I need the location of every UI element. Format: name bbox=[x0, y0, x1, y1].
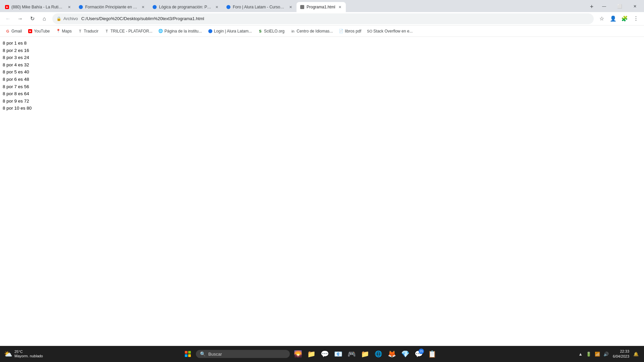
chevron-up-icon[interactable]: ▲ bbox=[577, 351, 584, 357]
search-icon: 🔍 bbox=[200, 351, 206, 357]
home-button[interactable]: ⌂ bbox=[39, 13, 50, 24]
bookmark-label: Login | Alura Latam... bbox=[214, 29, 252, 34]
content-line: 8 por 8 es 64 bbox=[3, 90, 641, 98]
bookmark-icon: ▶ bbox=[28, 29, 33, 34]
bookmark-bm-pagina[interactable]: 🌐 Página de la institu... bbox=[156, 27, 204, 35]
taskbar-app-icon-app-9[interactable]: 💎 bbox=[399, 348, 411, 360]
nav-bar: ← → ↻ ⌂ 🔒 Archivo C:/Users/Diego%20C/Des… bbox=[0, 12, 644, 25]
new-tab-button[interactable]: + bbox=[587, 2, 596, 11]
taskbar-app-app-7: 🌐 bbox=[372, 348, 384, 360]
taskbar-app-icon-app-11[interactable]: 📋 bbox=[426, 348, 438, 360]
bookmark-label: SciELO.org bbox=[264, 29, 284, 34]
notification-badge: 25 bbox=[419, 349, 424, 354]
bookmark-icon: T bbox=[78, 29, 83, 34]
content-line: 8 por 10 es 80 bbox=[3, 105, 641, 112]
start-button[interactable] bbox=[182, 348, 194, 360]
weather-text: 25°C Mayorm. nublado bbox=[14, 350, 43, 358]
tab-tab-2[interactable]: Formación Principiante en Prog... ✕ bbox=[75, 2, 149, 12]
browser-window: ▶ (880) Mike Bahía - La Rutina... ✕ Form… bbox=[0, 0, 644, 362]
taskbar-app-icon-app-2[interactable]: 📁 bbox=[305, 348, 317, 360]
win-logo-green bbox=[188, 351, 191, 354]
content-line: 8 por 7 es 56 bbox=[3, 83, 641, 90]
forward-button[interactable]: → bbox=[15, 13, 25, 24]
taskbar-right: ▲ 🔋 📶 🔊 22:33 6/04/2023 🔔 bbox=[577, 349, 640, 359]
window-controls: — ⬜ ✕ bbox=[596, 2, 643, 11]
bookmark-bm-maps[interactable]: 📍 Maps bbox=[53, 27, 74, 35]
tab-tab-4[interactable]: Foro | Alura Latam - Cursos onli... ✕ bbox=[223, 2, 297, 12]
bookmark-icon: G bbox=[5, 29, 10, 34]
address-bar[interactable]: 🔒 Archivo C:/Users/Diego%20C/Desktop/sub… bbox=[52, 13, 594, 24]
tab-tab-5[interactable]: Programa1.html ✕ bbox=[297, 2, 346, 12]
content-line: 8 por 2 es 16 bbox=[3, 47, 641, 54]
tab-tab-1[interactable]: ▶ (880) Mike Bahía - La Rutina... ✕ bbox=[1, 2, 75, 12]
weather-description: Mayorm. nublado bbox=[14, 354, 43, 358]
bookmark-bm-scielo[interactable]: S SciELO.org bbox=[255, 27, 287, 35]
bookmark-icon: S bbox=[258, 29, 263, 34]
bookmark-icon: SO bbox=[367, 29, 372, 34]
tab-favicon: ▶ bbox=[5, 5, 9, 9]
weather-icon: ⛅ bbox=[4, 350, 12, 358]
bookmark-label: Traducir bbox=[84, 29, 99, 34]
tab-close-button[interactable]: ✕ bbox=[66, 4, 72, 10]
network-icon[interactable]: 📶 bbox=[593, 351, 601, 357]
taskbar: ⛅ 25°C Mayorm. nublado 🔍 Buscar 🌄📁💬📧🎮📁🌐🦊… bbox=[0, 346, 644, 362]
bookmark-bm-traducir[interactable]: T Traducir bbox=[75, 27, 101, 35]
clock[interactable]: 22:33 6/04/2023 bbox=[613, 349, 629, 359]
maximize-button[interactable]: ⬜ bbox=[612, 2, 627, 11]
volume-icon[interactable]: 🔊 bbox=[602, 351, 610, 357]
tab-label: Foro | Alura Latam - Cursos onli... bbox=[233, 5, 286, 9]
profile-button[interactable]: 👤 bbox=[608, 13, 619, 24]
bookmark-button[interactable]: ☆ bbox=[596, 13, 607, 24]
taskbar-app-icon-app-7[interactable]: 🌐 bbox=[372, 348, 384, 360]
notifications-icon[interactable]: 🔔 bbox=[632, 351, 640, 357]
reload-button[interactable]: ↻ bbox=[27, 13, 38, 24]
bookmark-bm-login[interactable]: Login | Alura Latam... bbox=[205, 27, 255, 35]
content-line: 8 por 4 es 32 bbox=[3, 61, 641, 69]
taskbar-app-app-2: 📁 bbox=[305, 348, 317, 360]
win-logo-yellow bbox=[188, 354, 191, 357]
bookmark-bm-libros[interactable]: 📄 libros pdf bbox=[336, 27, 364, 35]
taskbar-app-icon-app-6[interactable]: 📁 bbox=[359, 348, 371, 360]
taskbar-app-icon-app-8[interactable]: 🦊 bbox=[386, 348, 398, 360]
bookmark-bm-centro[interactable]: in Centro de Idiomas... bbox=[288, 27, 335, 35]
tab-close-button[interactable]: ✕ bbox=[337, 4, 342, 10]
taskbar-app-icon-app-5[interactable]: 🎮 bbox=[345, 348, 358, 360]
minimize-button[interactable]: — bbox=[596, 2, 612, 11]
tab-bar: ▶ (880) Mike Bahía - La Rutina... ✕ Form… bbox=[0, 0, 644, 12]
tab-label: Programa1.html bbox=[307, 5, 335, 9]
battery-icon[interactable]: 🔋 bbox=[585, 351, 593, 357]
bookmark-bm-youtube[interactable]: ▶ YouTube bbox=[25, 27, 52, 35]
nav-actions: ☆ 👤 🧩 ⋮ bbox=[596, 13, 641, 24]
tab-close-button[interactable]: ✕ bbox=[140, 4, 146, 10]
tab-favicon bbox=[226, 5, 231, 9]
bookmark-bm-stackoverflow[interactable]: SO Stack Overflow en e... bbox=[365, 27, 415, 35]
bookmark-label: YouTube bbox=[34, 29, 50, 34]
extensions-button[interactable]: 🧩 bbox=[619, 13, 630, 24]
tab-label: Formación Principiante en Prog... bbox=[85, 5, 138, 9]
bookmark-icon: 📍 bbox=[56, 29, 61, 34]
back-button[interactable]: ← bbox=[3, 13, 13, 24]
bookmark-label: Maps bbox=[62, 29, 72, 34]
settings-button[interactable]: ⋮ bbox=[631, 13, 641, 24]
taskbar-app-app-8: 🦊 bbox=[386, 348, 398, 360]
bookmark-label: Página de la institu... bbox=[164, 29, 202, 34]
temperature: 25°C bbox=[14, 350, 43, 354]
taskbar-app-icon-app-3[interactable]: 💬 bbox=[319, 348, 331, 360]
taskbar-app-app-4: 📧 bbox=[332, 348, 344, 360]
clock-time: 22:33 bbox=[613, 349, 629, 354]
taskbar-app-app-5: 🎮 bbox=[345, 348, 358, 360]
tab-close-button[interactable]: ✕ bbox=[214, 4, 219, 10]
bookmark-label: Stack Overflow en e... bbox=[373, 29, 413, 34]
taskbar-app-icon-app-4[interactable]: 📧 bbox=[332, 348, 344, 360]
bookmark-bm-trilce[interactable]: T TRILCE - PLATAFOR... bbox=[102, 27, 155, 35]
taskbar-search[interactable]: 🔍 Buscar bbox=[196, 350, 290, 358]
taskbar-app-icon-app-1[interactable]: 🌄 bbox=[292, 348, 304, 360]
content-line: 8 por 6 es 48 bbox=[3, 76, 641, 83]
bookmark-bm-gmail[interactable]: G Gmail bbox=[3, 27, 24, 35]
tab-close-button[interactable]: ✕ bbox=[288, 4, 293, 10]
weather-widget[interactable]: ⛅ 25°C Mayorm. nublado bbox=[4, 350, 43, 358]
tab-tab-3[interactable]: Lógica de programación: Primer... ✕ bbox=[149, 2, 223, 12]
taskbar-app-app-9: 💎 bbox=[399, 348, 411, 360]
close-button[interactable]: ✕ bbox=[627, 2, 643, 11]
bookmark-icon bbox=[208, 29, 213, 34]
